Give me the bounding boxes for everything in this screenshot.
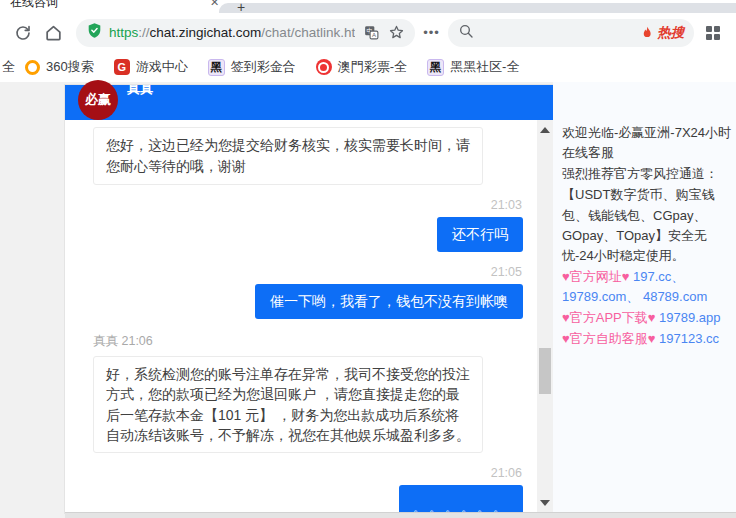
tab-title[interactable]: 在线咨询: [10, 0, 58, 11]
official-app-line: ♥官方APP下载♥ 19789.app: [562, 308, 734, 328]
bookmarks-bar: 全 360搜索 G游戏中心 黑签到彩金合 澳門彩票-全 黑黑黑社区-全: [0, 52, 736, 82]
flame-icon: [640, 25, 655, 41]
apps-grid-icon[interactable]: [706, 26, 720, 40]
scroll-down-icon[interactable]: [540, 500, 550, 506]
user-message: 催一下哟，我看了，钱包不没有到帐噢: [255, 284, 523, 319]
bookmark-star-icon[interactable]: [387, 24, 405, 42]
bookmark-item-360[interactable]: 360搜索: [25, 58, 94, 76]
ssl-shield-icon[interactable]: [86, 22, 103, 43]
message-timestamp: 21:06: [93, 466, 522, 480]
hot-search-button[interactable]: 热搜: [640, 24, 684, 42]
bookmark-item-heihei-community[interactable]: 黑黑黑社区-全: [427, 58, 519, 76]
address-bar[interactable]: https://chat.zingichat.com/chat/chatlink…: [76, 19, 415, 47]
bookmark-favicon-macau-icon: [316, 59, 332, 75]
url-host: chat.zingichat.com: [150, 25, 262, 40]
url-separator: ://: [138, 25, 149, 40]
scrollbar-thumb[interactable]: [539, 348, 551, 394]
home-button[interactable]: [43, 23, 63, 43]
promo-text: 强烈推荐官方零风控通道：: [562, 164, 734, 184]
tab-strip-background: +: [219, 3, 736, 13]
more-options-icon[interactable]: •••: [423, 25, 440, 40]
scroll-up-icon[interactable]: [540, 127, 550, 133]
chat-message-list[interactable]: 您好，这边已经为您提交给财务核实，核实需要长时间，请您耐心等待的哦，谢谢 21:…: [65, 120, 537, 513]
chat-scrollbar[interactable]: [537, 120, 553, 513]
user-message: 还不行吗: [437, 217, 523, 252]
reload-button[interactable]: [13, 23, 33, 43]
bookmark-item-signin-bonus[interactable]: 黑签到彩金合: [208, 58, 296, 76]
url-path: /chat/chatlink.ht: [261, 25, 355, 40]
message-timestamp: 21:03: [93, 198, 522, 212]
bookmark-item-game-center[interactable]: G游戏中心: [114, 58, 188, 76]
official-site-label: ♥官方网址♥: [562, 269, 629, 284]
browser-toolbar: https://chat.zingichat.com/chat/chatlink…: [0, 13, 736, 52]
chat-widget: 必赢 真真 您好，这边已经为您提交给财务核实，核实需要长时间，请您耐心等待的哦，…: [65, 85, 553, 513]
bookmark-favicon-360-icon: [25, 60, 40, 75]
bottom-divider: [65, 512, 736, 518]
user-message-dots: 。。。。。。: [399, 485, 523, 513]
message-timestamp: 21:05: [93, 265, 522, 279]
chat-header: 真真: [65, 85, 553, 120]
official-app-url[interactable]: 19789.app: [659, 310, 720, 325]
channels-text: 【USDT数字货币、购宝钱包、钱能钱包、CGpay、 GOpay、TOpay】安…: [562, 185, 734, 266]
agent-message: 您好，这边已经为您提交给财务核实，核实需要长时间，请您耐心等待的哦，谢谢: [93, 127, 483, 185]
agent-message-label: 真真 21:06: [93, 333, 523, 350]
url-text[interactable]: https://chat.zingichat.com/chat/chatlink…: [109, 25, 355, 40]
self-service-line: ♥官方自助客服♥ 197123.cc: [562, 329, 734, 349]
welcome-text: 欢迎光临-必赢亚洲-7X24小时在线客服: [562, 123, 734, 163]
browser-window: 在线咨询 ✕ + https://chat.zingichat.com/chat…: [0, 0, 736, 518]
search-box[interactable]: 热搜: [448, 19, 695, 47]
tab-close-icon[interactable]: ✕: [210, 0, 219, 9]
bookmark-favicon-hei2-icon: 黑: [427, 59, 444, 76]
svg-text:A: A: [372, 32, 376, 38]
hot-search-label: 热搜: [657, 24, 684, 42]
self-service-label: ♥官方自助客服♥: [562, 331, 655, 346]
official-app-label: ♥官方APP下载♥: [562, 310, 655, 325]
bookmark-item-partial[interactable]: 全: [2, 58, 15, 76]
bookmark-favicon-hei-icon: 黑: [208, 59, 225, 76]
tab-strip: 在线咨询 ✕ +: [0, 0, 736, 13]
bookmark-item-macau-lottery[interactable]: 澳門彩票-全: [316, 58, 407, 76]
search-input[interactable]: [474, 24, 641, 41]
official-site-line: ♥官方网址♥ 197.cc、19789.com、 48789.com: [562, 267, 734, 307]
brand-avatar: 必赢: [78, 80, 118, 120]
self-service-url[interactable]: 197123.cc: [659, 331, 719, 346]
agent-name: 真真: [127, 85, 153, 98]
search-icon: [458, 23, 474, 43]
promo-sidebar: 欢迎光临-必赢亚洲-7X24小时在线客服 强烈推荐官方零风控通道： 【USDT数…: [553, 82, 736, 513]
bookmark-favicon-game-icon: G: [114, 59, 130, 75]
page-content: 必赢 真真 您好，这边已经为您提交给财务核实，核实需要长时间，请您耐心等待的哦，…: [0, 82, 736, 518]
url-scheme: https: [109, 25, 138, 40]
agent-message: 好，系统检测您的账号注单存在异常，我司不接受您的投注方式，您的款项已经为您退回账…: [93, 356, 483, 453]
translate-icon[interactable]: 中A: [362, 24, 380, 42]
